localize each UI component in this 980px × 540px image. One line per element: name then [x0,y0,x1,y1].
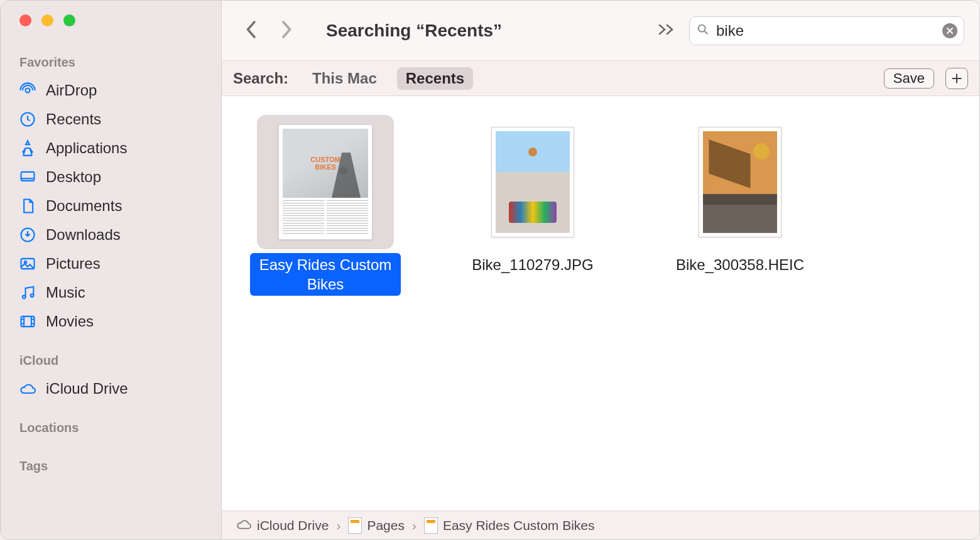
toolbar: Searching “Recents” [222,1,979,61]
downloads-icon [18,225,37,244]
desktop-icon [18,168,37,186]
finder-window: Favorites AirDrop Recents Applications D… [0,0,980,540]
file-thumbnail: CUSTOM BIKES [257,115,394,249]
sidebar-item-recents[interactable]: Recents [1,105,221,134]
file-grid: CUSTOM BIKES Easy Rides Custom Bikes Bik… [222,96,979,510]
minimize-window-button[interactable] [41,14,53,26]
scope-this-mac[interactable]: This Mac [303,67,386,90]
svg-point-6 [23,296,26,299]
path-segment-label: Pages [367,518,405,533]
forward-button[interactable] [280,20,295,41]
sidebar-section-icloud-header: iCloud [1,354,221,374]
pictures-icon [18,254,37,273]
sidebar-item-applications[interactable]: Applications [1,134,221,163]
window-title: Searching “Recents” [326,21,502,41]
save-search-button[interactable]: Save [884,68,934,89]
file-label: Easy Rides Custom Bikes [250,253,401,296]
applications-icon [18,139,37,158]
cloud-icon [18,379,37,398]
nav-arrows [243,20,295,41]
image-thumbnail [491,127,574,237]
pages-folder-icon [348,517,362,534]
close-window-button[interactable] [19,14,31,26]
file-thumbnail [672,115,808,249]
sidebar-section-favorites-header: Favorites [1,55,221,76]
add-search-criteria-button[interactable] [945,68,968,89]
path-segment-icloud[interactable]: iCloud Drive [236,517,329,533]
path-segment-label: iCloud Drive [257,518,329,533]
clock-icon [18,110,37,129]
path-segment-pages[interactable]: Pages [348,517,405,534]
path-segment-label: Easy Rides Custom Bikes [443,518,595,533]
path-segment-file[interactable]: Easy Rides Custom Bikes [424,517,595,534]
svg-point-7 [31,294,34,297]
sidebar-item-airdrop[interactable]: AirDrop [1,76,221,105]
file-item[interactable]: Bike_300358.HEIC [655,115,825,276]
file-thumbnail [464,115,601,249]
sidebar-item-pictures[interactable]: Pictures [1,249,221,278]
search-input[interactable] [716,22,936,40]
pages-document-icon [424,517,438,534]
sidebar-item-label: Downloads [46,226,121,244]
search-field[interactable] [689,16,964,45]
clear-search-button[interactable] [942,23,957,38]
search-scope-bar: Search: This Mac Recents Save [222,61,979,96]
document-thumbnail: CUSTOM BIKES [278,124,373,240]
file-item[interactable]: Bike_110279.JPG [448,115,618,276]
sidebar-item-label: Desktop [46,168,101,186]
chevron-right-icon: › [336,518,340,533]
sidebar: Favorites AirDrop Recents Applications D… [1,1,222,539]
music-icon [18,283,37,302]
sidebar-section-locations-header: Locations [1,421,221,441]
sidebar-item-label: AirDrop [46,82,97,99]
sidebar-item-label: iCloud Drive [46,380,128,397]
sidebar-item-label: Recents [46,111,101,128]
zoom-window-button[interactable] [63,14,75,26]
sidebar-item-music[interactable]: Music [1,278,221,307]
sidebar-item-desktop[interactable]: Desktop [1,163,221,192]
document-icon [18,197,37,215]
sidebar-item-label: Music [46,284,85,301]
file-label: Bike_110279.JPG [466,253,599,276]
file-item[interactable]: CUSTOM BIKES Easy Rides Custom Bikes [241,115,410,296]
svg-point-0 [26,89,30,93]
path-bar: iCloud Drive › Pages › Easy Rides Custom… [222,510,979,539]
svg-rect-8 [21,316,35,327]
sidebar-item-label: Pictures [46,255,101,273]
airdrop-icon [18,81,37,100]
scope-label: Search: [233,70,288,87]
toolbar-overflow-button[interactable] [658,23,677,38]
svg-rect-2 [21,172,35,181]
sidebar-section-tags-header: Tags [1,459,221,480]
svg-point-9 [699,25,705,32]
scope-recents[interactable]: Recents [397,67,473,90]
sidebar-item-downloads[interactable]: Downloads [1,220,221,249]
sidebar-item-label: Documents [46,197,122,215]
sidebar-item-label: Movies [46,313,94,330]
back-button[interactable] [243,20,258,41]
file-label: Bike_300358.HEIC [670,253,810,276]
doc-hero: CUSTOM BIKES [283,129,368,198]
sidebar-item-movies[interactable]: Movies [1,307,221,336]
cloud-icon [236,517,252,533]
image-thumbnail [699,127,781,237]
sidebar-item-documents[interactable]: Documents [1,192,221,220]
movies-icon [18,312,37,331]
main-pane: Searching “Recents” Search: This Mac Rec… [222,1,979,539]
window-controls [1,14,221,26]
sidebar-item-label: Applications [46,139,127,157]
search-icon [696,23,710,38]
chevron-right-icon: › [412,518,416,533]
sidebar-item-icloud-drive[interactable]: iCloud Drive [1,374,221,403]
